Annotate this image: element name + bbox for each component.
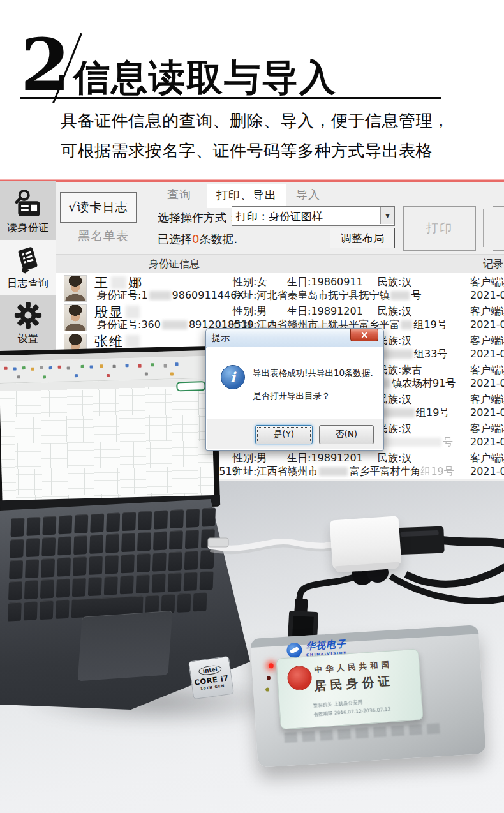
id-card-search-icon [12,188,44,220]
table-header-id-info: 身份证信息 [149,258,200,271]
laptop-key [121,533,135,552]
table-row[interactable]: 王娜 性别:女 生日:19860911 民族:汉 身份证号:1986091144… [56,273,504,303]
print-button[interactable]: 打印 [403,206,476,251]
ethnic-field: 民族:汉 [378,452,411,465]
laptop-key [184,572,198,591]
laptop-key [41,558,55,578]
laptop-key [170,509,184,528]
client-field: 客户端读 [470,276,504,289]
export-success-dialog: 提示 i 导出表格成功!共导出10条数据. 是否打开导出目录？ 是(Y) 否(N… [205,328,384,451]
sidebar-item-read-id[interactable]: 读身份证 [0,184,56,240]
laptop-key [137,532,151,551]
intel-logo: intel [198,664,223,676]
birth-field: 生日:19891201 [287,452,363,465]
marketing-header: 2 信息读取与导入 具备证件信息的查询、删除、导入，便于信息管理， 可根据需求按… [0,0,504,179]
portrait-photo [64,451,87,478]
laptop-key [89,535,103,554]
id-card: 中华人民共和国 居民身份证 签发机关 上犹县公安局 有效期限 2016.07.1… [276,648,423,729]
laptop-key [24,580,38,599]
usb-cable-right [440,540,504,544]
selected-count: 0 [192,232,199,246]
national-emblem-icon [286,665,313,691]
laptop-key [200,550,214,569]
laptop-key [42,516,56,535]
name-blur [111,276,126,289]
laptop-key [202,507,216,526]
dropdown-arrow-icon[interactable]: ▼ [380,207,394,224]
laptop-key [168,551,182,571]
portrait-photo [64,422,87,449]
laptop-key [25,559,39,578]
laptop-key [10,518,24,537]
laptop-key [120,575,134,594]
laptop-key [73,535,87,555]
usb-plug-highlight [400,530,438,537]
yes-button[interactable]: 是(Y) [255,425,313,444]
client-field: 客户端读 [470,305,504,318]
laptop-key [88,577,102,596]
export-button-partial[interactable] [493,206,504,251]
sidebar-item-settings[interactable]: 设置 [0,295,56,351]
client-field: 客户端读 [470,422,504,436]
id-number-field: 身份证号:3608912018519 [97,465,239,479]
usb-plug [396,526,444,555]
tab-query[interactable]: 查询 [167,187,191,202]
usb-plug-reader [288,611,319,644]
id-card-country: 中华人民共和国 [314,659,392,676]
portrait-photo [64,392,87,419]
id-mask [149,291,171,300]
portrait-photo [64,304,87,331]
usb-c-connector [208,538,228,547]
sidebar-item-label: 读身份证 [0,221,56,235]
laptop-key [90,514,104,533]
laptop-key [136,574,150,593]
no-button[interactable]: 否(N) [319,425,374,444]
adjust-layout-button[interactable]: 调整布局 [330,228,395,248]
laptop-key [161,594,175,613]
laptop-key [40,600,54,620]
blacklist-table-button[interactable]: 黑名单表 [78,228,129,244]
reader-brand: 华视电子 CHINA-VISION [286,639,348,659]
window-top-accent [0,179,504,182]
laptop-key [138,511,152,530]
laptop-key [26,538,40,557]
usb-plug-neck [294,598,308,615]
gender-field: 性别:女 [233,276,267,289]
ferrite-bead-highlight [356,569,362,572]
birth-field: 生日:19860911 [287,276,363,289]
laptop-key [9,560,23,579]
addr-mask [401,320,412,329]
dialog-title: 提示 [206,332,230,343]
read-card-log-button[interactable]: √读卡日志 [60,192,137,223]
subtitle-line-2: 可根据需求按名字、证件号码等多种方式导出表格 [61,136,450,166]
close-icon[interactable] [350,329,378,341]
table-row[interactable]: 性别:男 生日:19891201 民族:汉 身份证号:3608912018519… [56,449,504,479]
id-mask [162,467,172,476]
tab-import[interactable]: 导入 [296,187,320,202]
operation-mode-select[interactable]: 打印：身份证图样 ▼ [232,206,395,226]
date-field: 2021-0 [470,289,504,301]
tab-print-export[interactable]: 打印、导出 [207,184,286,208]
addr-tail: 组33号 [414,348,447,360]
usb-cable-loop-2 [390,576,504,601]
card-reader-top-edge [250,625,478,648]
sidebar-item-log-query[interactable]: 日志查询 [0,240,56,295]
date-field: 2021-0 [470,465,504,477]
photo-background [0,481,504,813]
client-field: 客户端读 [470,334,504,348]
laptop-hinge [0,495,220,511]
laptop-key [154,510,168,529]
laptop-key [56,600,70,619]
addr-prefix: 住址:江西省赣州市 [233,465,318,477]
log-document-icon [12,244,44,276]
laptop-key [122,512,136,531]
laptop-key [152,553,167,572]
portrait-photo [64,275,87,302]
laptop-key [106,512,120,532]
sidebar-item-label: 设置 [0,332,56,346]
laptop-key [26,517,40,536]
selected-suffix: 条数据. [199,232,237,246]
client-field: 客户端读 [470,393,504,406]
intel-core-label: CORE i7 [191,673,232,687]
id-suffix: 8912018519 [174,465,239,477]
